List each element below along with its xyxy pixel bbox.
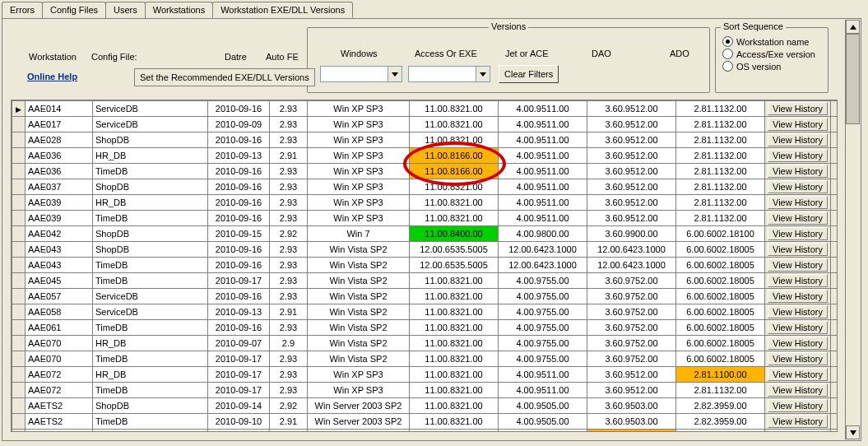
cell-ado: 2.81.1132.00 — [676, 132, 765, 148]
tab-errors[interactable]: Errors — [2, 2, 43, 18]
sort-workstation-name[interactable]: Workstation name — [722, 36, 828, 47]
view-history-button[interactable]: View History — [768, 321, 828, 334]
tab-config-files[interactable]: Config Files — [42, 2, 106, 18]
view-history-button[interactable]: View History — [768, 227, 828, 240]
set-recommended-button[interactable]: Set the Recommended EXE/DLL Versions — [134, 68, 315, 86]
row-selector[interactable] — [12, 430, 26, 433]
cell-jet: 4.00.9511.00 — [499, 179, 587, 195]
view-history-button[interactable]: View History — [768, 196, 828, 209]
view-history-button[interactable]: View History — [768, 383, 828, 397]
row-selector[interactable] — [12, 304, 26, 320]
view-history-button[interactable]: View History — [768, 430, 828, 432]
sort-access-version[interactable]: Access/Exe version — [722, 49, 828, 59]
cell-config-file: HR_DB — [93, 336, 208, 351]
cell-auto-fe: 2.93 — [270, 195, 308, 211]
row-selector[interactable] — [12, 414, 26, 430]
view-history-button[interactable]: View History — [768, 102, 828, 115]
view-history-button[interactable]: View History — [768, 258, 828, 272]
row-trailer — [831, 289, 838, 304]
cell-access: 11.00.8321.00 — [410, 304, 499, 320]
view-history-button[interactable]: View History — [768, 165, 828, 178]
row-selector[interactable] — [12, 211, 26, 226]
row-selector[interactable] — [12, 367, 26, 383]
scroll-down-icon[interactable] — [846, 425, 860, 439]
online-help-link[interactable]: Online Help — [27, 72, 77, 81]
view-history-button[interactable]: View History — [768, 149, 828, 162]
row-selector[interactable] — [12, 289, 26, 304]
view-history-button[interactable]: View History — [768, 243, 828, 256]
scroll-thumb[interactable] — [846, 34, 860, 124]
cell-access: 11.00.8321.00 — [410, 132, 499, 148]
view-history-button[interactable]: View History — [768, 399, 828, 412]
cell-ado: 6.00.6002.18005 — [676, 258, 765, 273]
row-selector[interactable] — [12, 132, 26, 148]
cell-dao: 3.60.9512.00 — [587, 211, 676, 226]
cell-windows: Win Vista SP2 — [308, 320, 410, 336]
windows-filter[interactable] — [320, 66, 402, 82]
cell-view-history: View History — [765, 289, 831, 304]
cell-access: 11.00.8166.00 — [410, 148, 499, 164]
row-selector[interactable] — [12, 336, 26, 351]
row-selector[interactable] — [12, 164, 26, 179]
cell-config-file: TimeDB — [93, 383, 208, 398]
cell-ado: 2.81.1100.00 — [676, 367, 765, 383]
cell-windows: Win XP SP3 — [308, 211, 410, 226]
row-selector[interactable] — [12, 226, 26, 242]
view-history-button[interactable]: View History — [768, 305, 828, 318]
view-history-button[interactable]: View History — [768, 211, 828, 225]
row-trailer — [831, 164, 838, 179]
row-selector[interactable] — [12, 273, 26, 289]
cell-windows: Win XP SP3 — [308, 117, 410, 132]
cell-dao: 3.60.9752.00 — [587, 273, 676, 289]
cell-ado: 2.81.1132.00 — [676, 179, 765, 195]
view-history-button[interactable]: View History — [768, 415, 828, 428]
view-history-button[interactable]: View History — [768, 368, 828, 381]
sort-opt-label: Access/Exe version — [736, 49, 815, 59]
svg-marker-0 — [392, 72, 398, 77]
row-selector[interactable] — [12, 351, 26, 367]
tab-workstation-versions[interactable]: Workstation EXE/DLL Versions — [212, 2, 353, 18]
row-selector[interactable] — [12, 148, 26, 164]
clear-filters-button[interactable]: Clear Filters — [499, 65, 559, 83]
versions-grid[interactable]: AAE014ServiceDB2010-09-162.93Win XP SP31… — [11, 100, 838, 432]
scroll-up-icon[interactable] — [846, 20, 860, 34]
row-selector[interactable] — [12, 179, 26, 195]
view-history-button[interactable]: View History — [768, 352, 828, 365]
view-history-button[interactable]: View History — [768, 274, 828, 287]
row-trailer — [831, 101, 838, 117]
access-filter[interactable] — [408, 66, 490, 82]
sort-os-version[interactable]: OS version — [722, 61, 828, 72]
row-selector[interactable] — [12, 258, 26, 273]
label-config-file: Config File: — [91, 52, 137, 62]
view-history-button[interactable]: View History — [768, 337, 828, 350]
cell-access: 11.00.8321.00 — [410, 179, 499, 195]
cell-dao: 3.60.9512.00 — [587, 195, 676, 211]
row-selector[interactable] — [12, 398, 26, 414]
cell-config-file: HR_DB — [93, 430, 208, 433]
cell-ado: 2.81.1132.00 — [676, 164, 765, 179]
cell-dao: 3.60.9752.00 — [587, 336, 676, 351]
view-history-button[interactable]: View History — [768, 290, 828, 303]
cell-access: 11.00.8321.00 — [410, 367, 499, 383]
row-selector[interactable] — [12, 320, 26, 336]
tab-workstations[interactable]: Workstations — [145, 2, 213, 18]
cell-workstation: AAE045 — [26, 273, 93, 289]
row-selector[interactable] — [12, 195, 26, 211]
cell-auto-fe: 2.93 — [270, 258, 308, 273]
row-selector[interactable] — [12, 242, 26, 258]
view-history-button[interactable]: View History — [768, 118, 828, 131]
row-trailer — [831, 242, 838, 258]
view-history-button[interactable]: View History — [768, 133, 828, 146]
cell-auto-fe: 2.93 — [270, 320, 308, 336]
row-selector[interactable] — [12, 383, 26, 398]
row-selector[interactable] — [12, 101, 26, 117]
cell-jet: 4.00.9511.00 — [499, 367, 587, 383]
row-selector[interactable] — [12, 117, 26, 132]
svg-marker-2 — [850, 25, 856, 30]
cell-windows: Win Server 2003 SP2 — [308, 414, 410, 430]
cell-date: 2010-09-16 — [208, 195, 270, 211]
cell-workstation: AAE028 — [26, 132, 93, 148]
tab-users[interactable]: Users — [105, 2, 146, 18]
vertical-scrollbar[interactable] — [845, 20, 860, 439]
view-history-button[interactable]: View History — [768, 180, 828, 193]
